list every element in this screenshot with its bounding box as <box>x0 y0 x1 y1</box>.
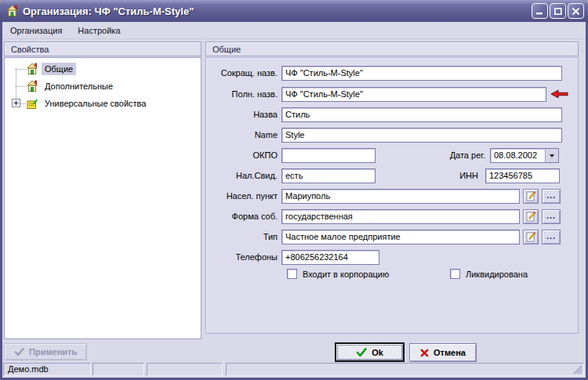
tree-item-general[interactable]: Общие <box>5 61 201 77</box>
phones-label: Телефоны <box>206 252 281 262</box>
corporation-checkbox-label: Входит в корпорацию <box>303 270 389 279</box>
corporation-checkbox-group: Входит в корпорацию <box>287 269 389 279</box>
okpo-label: ОКПО <box>206 150 281 160</box>
attention-arrow-icon <box>550 89 568 99</box>
tree-item-label[interactable]: Универсальные свойства <box>42 97 149 110</box>
liquidated-checkbox-label: Ликвидирована <box>466 270 528 279</box>
name-input[interactable] <box>281 128 562 143</box>
status-panel <box>147 363 223 376</box>
tax-cert-label: Нал.Свид. <box>206 171 281 180</box>
tree-expand-button[interactable] <box>12 99 20 107</box>
field-row-full-name: Полн. назв. <box>206 86 578 102</box>
ok-button-label: Ok <box>372 348 383 357</box>
app-house-icon <box>5 5 19 17</box>
nazva-label: Назва <box>206 110 281 119</box>
type-browse-button[interactable]: ... <box>542 230 561 244</box>
inn-label: ИНН <box>376 171 482 180</box>
ownership-browse-button[interactable]: ... <box>542 209 561 224</box>
status-panel <box>226 363 584 376</box>
form-header: Общие <box>205 42 579 56</box>
field-row-taxcert-inn: Нал.Свид. ИНН <box>206 168 578 183</box>
status-panel <box>93 363 144 376</box>
apply-button-label: Применить <box>29 347 77 356</box>
resize-grip[interactable] <box>572 364 583 375</box>
edit-pencil-icon <box>525 211 536 222</box>
cross-icon <box>420 349 429 357</box>
tree-item-universal-properties[interactable]: Универсальные свойства <box>5 96 201 111</box>
field-row-city: Насел. пункт ... <box>206 188 578 204</box>
corporation-checkbox[interactable] <box>287 269 297 279</box>
field-row-phones: Телефоны <box>206 249 578 265</box>
tree-stub <box>16 86 26 87</box>
general-form-panel: Сокращ. назв. Полн. назв. Назва Name ОКП… <box>205 57 579 334</box>
menu-settings[interactable]: Настройка <box>73 24 125 38</box>
tree-stub <box>20 103 26 104</box>
menu-bar: Организация Настройка <box>2 22 586 39</box>
status-bar: Демо.mdb <box>2 362 586 378</box>
minimize-icon <box>536 8 543 15</box>
ownership-input[interactable] <box>281 209 520 224</box>
phones-input[interactable] <box>281 250 379 265</box>
reg-date-combobox[interactable]: 08.08.2002 <box>490 148 559 163</box>
okpo-input[interactable] <box>281 148 376 163</box>
minimize-button[interactable] <box>532 3 548 19</box>
edit-pencil-icon <box>525 231 536 242</box>
full-name-label: Полн. назв. <box>206 89 281 99</box>
tree-stub <box>16 69 26 70</box>
city-browse-button[interactable]: ... <box>542 189 561 204</box>
field-row-name: Name <box>206 127 578 143</box>
liquidated-checkbox[interactable] <box>450 269 460 279</box>
close-icon <box>572 8 579 15</box>
reg-date-value: 08.08.2002 <box>491 149 545 162</box>
cancel-button-label: Отмена <box>434 348 466 357</box>
full-name-input[interactable] <box>281 87 546 102</box>
type-label: Тип <box>206 232 281 241</box>
ownership-label: Форма соб. <box>206 212 281 221</box>
field-row-short-name: Сокращ. назв. <box>206 65 578 81</box>
titlebar: Организация: ЧФ "Стиль-M-Style" <box>0 0 588 22</box>
edit-pencil-icon <box>525 190 536 201</box>
maximize-icon <box>554 8 562 15</box>
ok-button[interactable]: Ok <box>335 342 405 362</box>
field-row-nazva: Назва <box>206 107 578 122</box>
tax-cert-input[interactable] <box>281 168 376 183</box>
nazva-input[interactable] <box>281 107 562 122</box>
field-row-type: Тип ... <box>206 229 578 244</box>
city-input[interactable] <box>281 189 520 204</box>
field-row-ownership: Форма соб. ... <box>206 208 578 224</box>
reg-date-label: Дата рег. <box>376 150 489 160</box>
cancel-button[interactable]: Отмена <box>409 343 477 362</box>
liquidated-checkbox-group: Ликвидирована <box>450 269 528 279</box>
name-label: Name <box>206 130 281 139</box>
close-button[interactable] <box>568 3 584 19</box>
sidebar-header: Свойства <box>4 42 201 56</box>
short-name-input[interactable] <box>281 66 562 81</box>
type-input[interactable] <box>281 230 520 244</box>
focus-rectangle <box>337 345 402 360</box>
inn-input[interactable] <box>485 168 560 183</box>
tree-item-label[interactable]: Дополнительные <box>42 80 116 92</box>
type-edit-button[interactable] <box>523 230 539 244</box>
check-icon <box>14 348 24 356</box>
maximize-button[interactable] <box>550 3 566 19</box>
city-edit-button[interactable] <box>523 189 539 204</box>
field-row-okpo-date: ОКПО Дата рег. 08.08.2002 <box>206 147 578 163</box>
window-controls <box>532 3 584 19</box>
organization-dialog: Организация: ЧФ "Стиль-M-Style" Организа… <box>0 0 588 380</box>
tree-item-label[interactable]: Общие <box>42 63 76 75</box>
house-icon <box>26 63 38 75</box>
plus-icon <box>13 100 20 107</box>
apply-button[interactable]: Применить <box>4 343 87 360</box>
city-label: Насел. пункт <box>206 191 281 201</box>
reg-date-dropdown-button[interactable] <box>545 149 558 162</box>
menu-organization[interactable]: Организация <box>5 24 67 38</box>
short-name-label: Сокращ. назв. <box>206 68 281 78</box>
check-icon <box>356 348 367 357</box>
ownership-edit-button[interactable] <box>523 209 539 224</box>
house-icon <box>26 80 38 92</box>
tree-item-additional[interactable]: Дополнительные <box>5 78 201 94</box>
status-panel-database: Демо.mdb <box>3 363 91 376</box>
properties-tree: Общие Дополнительные Универсальные свойс… <box>4 57 201 339</box>
notebook-icon <box>26 97 38 110</box>
chevron-down-icon <box>550 154 554 160</box>
